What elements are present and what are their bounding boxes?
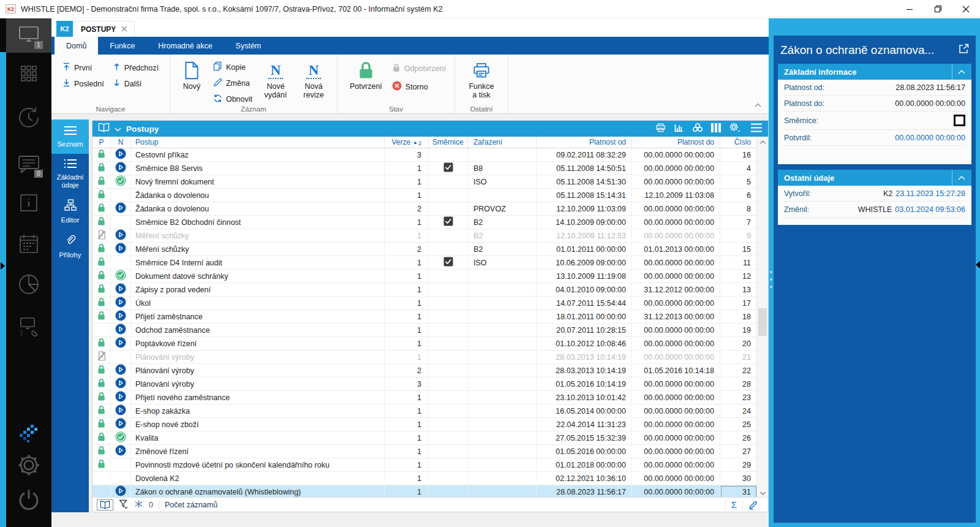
last-button[interactable]: Poslední — [60, 77, 107, 91]
side-nav-seznam[interactable]: Seznam — [51, 119, 89, 154]
tab-close-icon[interactable] — [121, 25, 127, 34]
column-header-verze[interactable]: Verze▲2 — [385, 137, 429, 148]
column-header-n[interactable]: N — [111, 137, 131, 148]
column-header-postup[interactable]: Postup — [131, 137, 385, 148]
table-row[interactable]: Úkol114.07.2011 15:54:4400.00.0000 00:00… — [92, 297, 757, 310]
rail-item-calendar[interactable] — [6, 230, 51, 260]
edit-pencil-button[interactable] — [742, 500, 764, 510]
rail-item-reports[interactable] — [6, 271, 51, 300]
column-header-zarazeni[interactable]: Zařazení — [468, 137, 537, 148]
smernice-checkbox[interactable] — [954, 115, 965, 126]
rail-item-desktop[interactable]: 1 — [6, 18, 51, 53]
collapse-section-icon[interactable] — [952, 170, 965, 186]
table-row[interactable]: E-shop nové zboží122.04.2014 11:31:2300.… — [92, 418, 757, 431]
first-button[interactable]: První — [60, 61, 107, 75]
cell-cislo: 5 — [720, 175, 757, 188]
rail-item-settings[interactable] — [6, 450, 51, 483]
ribbon-tab-system[interactable]: Systém — [224, 37, 273, 55]
table-row[interactable]: Kvalita127.05.2015 15:32:3900.00.0000 00… — [92, 431, 757, 445]
settings-gear-icon[interactable] — [729, 123, 740, 135]
table-row[interactable]: Povinnosti mzdové účetní po skončení kal… — [92, 458, 757, 472]
table-row[interactable]: Nový firemní dokument1ISO05.11.2008 14:5… — [92, 175, 757, 189]
cancel-button[interactable]: Storno — [390, 80, 448, 94]
table-row[interactable]: Dokument datové schránky113.10.2009 11:1… — [92, 270, 757, 283]
table-row[interactable]: Plánování výroby228.03.2013 10:14:1901.0… — [92, 364, 757, 377]
linked-records-icon[interactable] — [134, 499, 143, 510]
ribbon-collapse-button[interactable] — [755, 99, 761, 110]
change-button[interactable]: Změna — [211, 76, 255, 90]
collapse-section-icon[interactable] — [952, 64, 965, 80]
side-nav-zakladni-udaje[interactable]: Základní údaje — [51, 154, 89, 194]
ribbon-tab-funkce[interactable]: Funkce — [98, 37, 146, 55]
table-row[interactable]: Plánování výroby128.03.2013 10:14:1900.0… — [92, 351, 757, 364]
restore-button[interactable] — [924, 0, 952, 18]
copy-button[interactable]: Kopie — [211, 60, 255, 74]
print-icon[interactable] — [655, 123, 666, 135]
table-row[interactable]: Dovolená K2102.12.2021 10:36:1000.00.000… — [92, 472, 757, 485]
rail-item-power[interactable] — [6, 485, 51, 517]
status-book-icon[interactable] — [97, 499, 113, 510]
table-row[interactable]: Směrnice B8 Servis1B805.11.2008 14:50:51… — [92, 162, 757, 175]
columns-icon[interactable] — [711, 123, 721, 135]
chart-icon[interactable] — [674, 123, 684, 135]
new-issue-button[interactable]: N Nové vydání — [258, 58, 293, 99]
table-row[interactable]: Poptávkové řízení101.10.2012 10:08:4600.… — [92, 337, 757, 351]
table-row[interactable]: Plánování výroby301.05.2016 10:14:1900.0… — [92, 377, 757, 391]
new-button[interactable]: Nový — [176, 58, 207, 91]
table-row[interactable]: Žádanka o dovolenou105.11.2008 15:14:311… — [92, 189, 757, 202]
ribbon-tab-domu[interactable]: Domů — [55, 37, 98, 55]
cell-n — [111, 458, 131, 471]
column-header-platnost-do[interactable]: Platnost do — [632, 137, 720, 148]
smernice-checked-icon — [443, 216, 453, 228]
table-row[interactable]: Měření schůzky1B212.10.2009 11:12:5300.0… — [92, 229, 757, 243]
side-nav-prilohy[interactable]: Přílohy — [51, 229, 89, 264]
cluster-icon[interactable] — [692, 123, 703, 135]
minimize-button[interactable] — [895, 0, 924, 18]
rail-item-history[interactable] — [6, 102, 51, 135]
book-icon[interactable] — [98, 123, 110, 135]
column-header-p[interactable]: P — [92, 137, 111, 148]
splitter-handle[interactable] — [770, 271, 772, 288]
table-row[interactable]: Přijetí nového zaměstnance123.10.2013 10… — [92, 391, 757, 404]
column-header-smernice[interactable]: Směrnice — [429, 137, 468, 148]
vertical-scrollbar[interactable] — [756, 137, 768, 498]
tab-k2-home[interactable]: K2 — [56, 21, 73, 37]
sum-button[interactable]: Σ — [725, 499, 742, 510]
table-row[interactable]: Zákon o ochraně oznamovatelů (Whistleblo… — [92, 485, 757, 498]
scroll-up-arrow[interactable] — [757, 137, 768, 147]
functions-print-button[interactable]: Funkce a tisk — [462, 58, 500, 99]
new-revision-button[interactable]: N Nová revize — [296, 58, 331, 99]
menu-icon[interactable] — [750, 123, 763, 135]
table-row[interactable]: Žádanka o dovolenou2PROVOZ12.10.2009 11:… — [92, 202, 757, 216]
next-button[interactable]: Další — [110, 77, 161, 91]
table-row[interactable]: Zápisy z porad vedení104.01.2010 09:00:0… — [92, 283, 757, 297]
rail-item-messages[interactable]: 0 — [6, 151, 51, 181]
table-row[interactable]: Změnové řízení101.05.2016 00:00:0000.00.… — [92, 445, 757, 458]
chevron-down-icon[interactable] — [115, 123, 121, 134]
table-row[interactable]: Cestovní příkaz309.02.2011 08:32:2900.00… — [92, 148, 757, 162]
previous-button[interactable]: Předchozí — [110, 61, 161, 75]
refresh-button[interactable]: Obnovit — [211, 92, 255, 106]
table-row[interactable]: Odchod zaměstnance120.07.2011 10:28:1500… — [92, 324, 757, 337]
column-header-cislo[interactable]: Číslo — [720, 137, 757, 148]
filter-icon[interactable] — [119, 499, 129, 510]
table-row[interactable]: Směrnice D4 Interní audit1ISO10.06.2009 … — [92, 256, 757, 270]
scrollbar-thumb[interactable] — [758, 308, 767, 336]
table-row[interactable]: Přijetí zaměstnance118.01.2011 00:00:003… — [92, 310, 757, 324]
column-header-platnost-od[interactable]: Platnost od — [537, 137, 632, 148]
rail-item-k2-logo[interactable] — [6, 422, 51, 447]
confirm-button[interactable]: Potvrzení — [346, 58, 386, 91]
side-nav-editor[interactable]: Editor — [51, 194, 89, 229]
rail-item-modules[interactable] — [6, 60, 51, 89]
ribbon-tab-hromadne-akce[interactable]: Hromadné akce — [146, 37, 224, 55]
rail-item-info[interactable] — [6, 189, 51, 219]
panel-collapse-arrow[interactable] — [976, 261, 980, 268]
open-external-icon[interactable] — [959, 44, 969, 57]
table-row[interactable]: Směrnice B2 Obchodní činnost1B214.10.200… — [92, 216, 757, 229]
tab-postupy[interactable]: POSTUPY — [74, 21, 135, 37]
rail-expand-arrow[interactable] — [1, 262, 5, 270]
table-row[interactable]: E-shop zakázka116.05.2014 00:00:0000.00.… — [92, 404, 757, 418]
rail-item-remote-support[interactable] — [6, 312, 51, 345]
close-button[interactable] — [952, 0, 980, 18]
table-row[interactable]: Měření schůzky2B201.01.2011 00:00:0001.0… — [92, 243, 757, 256]
